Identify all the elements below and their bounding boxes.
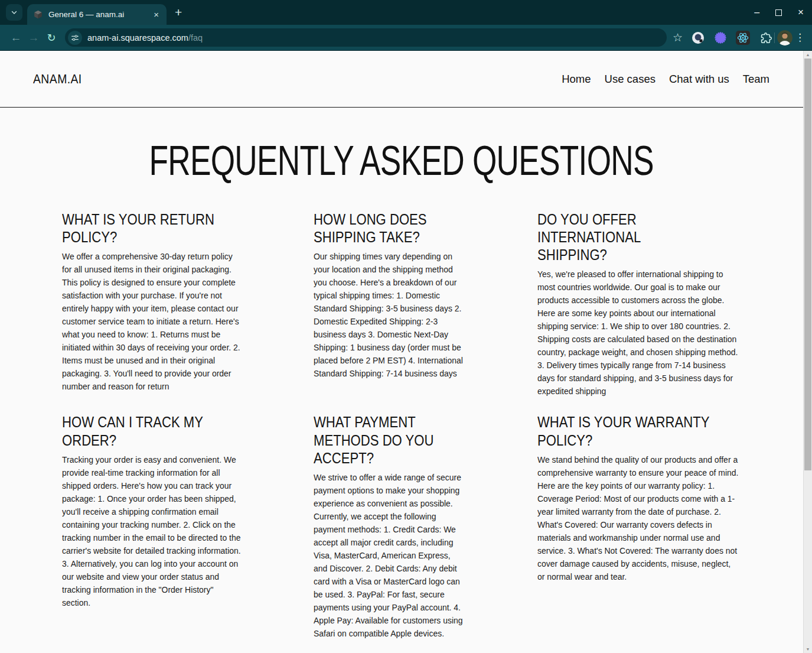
faq-item-shipping-time: HOW LONG DOES SHIPPING TAKE? Our shippin… [314,210,465,398]
extensions-puzzle-icon[interactable] [759,31,772,44]
faq-question: WHAT IS YOUR RETURN POLICY? [62,210,214,246]
tab-title: General 6 — anam.ai [48,10,146,19]
site-info-button[interactable] [68,31,82,45]
faq-page: ANAM.AI Home Use cases Chat with us Team… [0,51,803,653]
back-button[interactable]: ← [7,31,25,44]
tab-search-button[interactable] [6,4,22,21]
main-nav: Home Use cases Chat with us Team [562,73,769,86]
faq-answer: We offer a comprehensive 30-day return p… [62,250,241,393]
faq-item-warranty-policy: WHAT IS YOUR WARRANTY POLICY? We stand b… [537,413,740,639]
page-title: FREQUENTLY ASKED QUESTIONS [149,137,654,184]
faq-item-international-shipping: DO YOU OFFER INTERNATIONAL SHIPPING? Yes… [537,210,740,398]
faq-grid: WHAT IS YOUR RETURN POLICY? We offer a c… [0,210,803,640]
url-path: /faq [188,33,203,43]
cube-favicon-icon [33,9,43,20]
nav-link-team[interactable]: Team [743,73,769,86]
bookmark-star-icon[interactable]: ☆ [673,31,683,44]
faq-answer: We stand behind the quality of our produ… [537,453,739,583]
faq-answer: Tracking your order is easy and convenie… [62,453,241,609]
site-header: ANAM.AI Home Use cases Chat with us Team [0,51,803,108]
toolbar-separator [774,33,775,43]
faq-item-payment-methods: WHAT PAYMENT METHODS DO YOU ACCEPT? We s… [314,413,465,639]
starburst-extension-icon[interactable] [714,31,727,44]
profile-avatar[interactable] [777,30,793,46]
faq-question: WHAT IS YOUR WARRANTY POLICY? [537,413,709,449]
window-close-button[interactable]: × [798,7,804,18]
minimize-button[interactable]: – [754,7,759,18]
menu-kebab-icon[interactable]: ⋮ [795,31,805,44]
scroll-down-arrow[interactable]: ▼ [804,647,812,651]
scrollbar[interactable]: ▲ ▼ [803,51,812,653]
url-text: anam-ai.squarespace.com/faq [87,33,203,43]
url-host: anam-ai.squarespace.com [87,33,188,43]
chevron-down-icon [11,9,18,16]
address-bar[interactable]: anam-ai.squarespace.com/faq [65,28,667,47]
faq-answer: Yes, we're pleased to offer internationa… [537,268,739,398]
site-info-tune-icon [71,34,79,42]
tab-strip: General 6 — anam.ai × + – × [0,0,812,25]
password-manager-extension-icon[interactable] [691,31,705,45]
browser-tab[interactable]: General 6 — anam.ai × [27,4,167,25]
faq-question: HOW LONG DOES SHIPPING TAKE? [314,210,427,246]
reload-button[interactable]: ↻ [43,31,60,44]
scroll-up-arrow[interactable]: ▲ [804,53,812,57]
react-devtools-extension-icon[interactable] [736,31,750,45]
browser-toolbar: ← → ↻ anam-ai.squarespace.com/faq ☆ [0,25,812,51]
forward-button[interactable]: → [25,31,43,44]
scrollbar-thumb[interactable] [804,59,811,470]
faq-question: WHAT PAYMENT METHODS DO YOU ACCEPT? [314,413,433,466]
page-viewport: ▲ ▼ ANAM.AI Home Use cases Chat with us … [0,51,812,653]
nav-link-use-cases[interactable]: Use cases [605,73,656,86]
new-tab-button[interactable]: + [175,6,182,20]
nav-link-chat-with-us[interactable]: Chat with us [669,73,729,86]
faq-answer: We strive to offer a wide range of secur… [314,471,465,640]
nav-link-home[interactable]: Home [562,73,591,86]
faq-question: DO YOU OFFER INTERNATIONAL SHIPPING? [537,210,641,264]
faq-item-track-order: HOW CAN I TRACK MY ORDER? Tracking your … [62,413,241,639]
window-controls: – × [754,0,804,25]
title-row: FREQUENTLY ASKED QUESTIONS [0,137,803,184]
faq-answer: Our shipping times vary depending on you… [314,250,465,380]
faq-item-return-policy: WHAT IS YOUR RETURN POLICY? We offer a c… [62,210,241,398]
browser-window: General 6 — anam.ai × + – × ← → ↻ [0,0,812,653]
faq-question: HOW CAN I TRACK MY ORDER? [62,413,203,449]
maximize-button[interactable] [775,9,782,16]
tab-close-icon[interactable]: × [152,9,161,20]
site-logo[interactable]: ANAM.AI [33,72,82,87]
extension-icons [691,31,772,45]
